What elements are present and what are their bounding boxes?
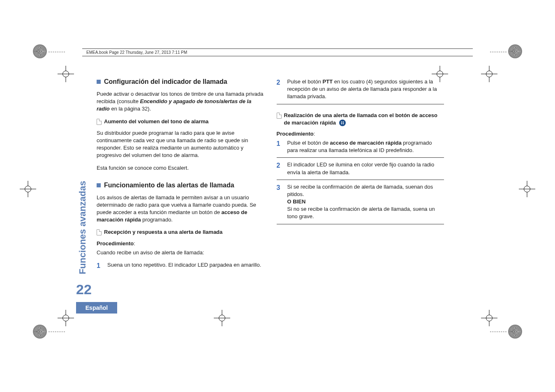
heading-call-alerts: Funcionamiento de las alertas de llamada bbox=[97, 182, 264, 189]
step-text: Pulse el botón de acceso de marcación rá… bbox=[287, 139, 444, 154]
step-number: 2 bbox=[277, 78, 282, 101]
heading-config-indicator: Configuración del indicador de llamada bbox=[97, 78, 264, 85]
registration-dial bbox=[33, 325, 47, 339]
right-column: 2 Pulse el botón PTT en los cuatro (4) s… bbox=[277, 78, 444, 289]
registration-mark bbox=[20, 181, 36, 197]
crop-guide bbox=[49, 52, 65, 52]
step-number: 1 bbox=[97, 261, 102, 270]
page-number: 22 bbox=[76, 281, 92, 297]
para-tones: Puede activar o desactivar los tonos de … bbox=[97, 90, 264, 113]
subheading-escalert: Aumento del volumen del tono de alarma bbox=[97, 118, 264, 125]
procedure-label: Procedimiento: bbox=[97, 240, 264, 247]
subheading-text: Realización de una alerta de llamada con… bbox=[284, 112, 444, 127]
step-item: 1 Suena un tono repetitivo. El indicador… bbox=[97, 258, 264, 274]
heading-text: Funcionamiento de las alertas de llamada bbox=[104, 182, 234, 189]
language-badge: Español bbox=[76, 302, 117, 314]
step-text: El indicador LED se ilumina en color ver… bbox=[287, 161, 444, 176]
crop-guide bbox=[49, 332, 65, 332]
steps-list-right: 1 Pulse el botón de acceso de marcación … bbox=[277, 139, 444, 224]
header-page-info: EMEA.book Page 22 Thursday, June 27, 201… bbox=[86, 50, 187, 55]
step-number: 1 bbox=[277, 139, 282, 154]
page-icon bbox=[97, 119, 102, 125]
subheading-make-alert: Realización de una alerta de llamada con… bbox=[277, 112, 444, 127]
step-text: Pulse el botón PTT en los cuatro (4) seg… bbox=[287, 78, 444, 101]
page-root: EMEA.book Page 22 Thursday, June 27, 201… bbox=[0, 0, 555, 392]
bullet-square-icon bbox=[97, 80, 101, 84]
crop-guide bbox=[490, 332, 506, 332]
subheading-text: Recepción y respuesta a una alerta de ll… bbox=[104, 228, 222, 236]
registration-mark bbox=[58, 310, 74, 326]
para-call-alerts-desc: Los avisos de alertas de llamada le perm… bbox=[97, 194, 264, 224]
page-icon bbox=[97, 229, 102, 235]
page-icon bbox=[277, 113, 282, 119]
heading-text: Configuración del indicador de llamada bbox=[104, 78, 227, 85]
step-number: 3 bbox=[277, 183, 282, 221]
registration-mark bbox=[214, 310, 230, 326]
section-label-text: Funciones avanzadas bbox=[77, 181, 88, 274]
registration-mark bbox=[481, 66, 497, 82]
procedure-label: Procedimiento: bbox=[277, 131, 444, 137]
step-item: 1 Pulse el botón de acceso de marcación … bbox=[277, 139, 444, 157]
quick-dial-icon bbox=[339, 120, 346, 126]
registration-dial bbox=[33, 44, 47, 58]
procedure-intro: Cuando recibe un aviso de alerta de llam… bbox=[97, 249, 264, 256]
subheading-receive-respond: Recepción y respuesta a una alerta de ll… bbox=[97, 228, 264, 236]
content-area: Configuración del indicador de llamada P… bbox=[97, 78, 444, 289]
step-item: 2 El indicador LED se ilumina en color v… bbox=[277, 157, 444, 179]
crop-guide bbox=[490, 52, 506, 52]
step-text: Suena un tono repetitivo. El indicador L… bbox=[107, 261, 261, 270]
step-number: 2 bbox=[277, 161, 282, 176]
header-rule-top bbox=[82, 48, 473, 49]
left-column: Configuración del indicador de llamada P… bbox=[97, 78, 264, 289]
para-escalert-name: Esta función se conoce como Escalert. bbox=[97, 164, 264, 172]
para-escalert-desc: Su distribuidor puede programar la radio… bbox=[97, 129, 264, 159]
registration-mark bbox=[58, 66, 74, 82]
steps-list-right-cont: 2 Pulse el botón PTT en los cuatro (4) s… bbox=[277, 78, 444, 104]
subheading-text: Aumento del volumen del tono de alarma bbox=[104, 118, 208, 125]
registration-mark bbox=[519, 181, 535, 197]
step-item: 2 Pulse el botón PTT en los cuatro (4) s… bbox=[277, 78, 444, 104]
registration-dial bbox=[508, 325, 522, 339]
step-text: Si se recibe la confirmación de alerta d… bbox=[287, 183, 444, 221]
header-rule-bottom bbox=[82, 56, 473, 56]
bullet-square-icon bbox=[97, 183, 101, 187]
registration-mark bbox=[481, 310, 497, 326]
steps-list-left: 1 Suena un tono repetitivo. El indicador… bbox=[97, 258, 264, 274]
step-item: 3 Si se recibe la confirmación de alerta… bbox=[277, 180, 444, 224]
registration-dial bbox=[508, 44, 522, 58]
section-label: Funciones avanzadas bbox=[77, 88, 88, 181]
